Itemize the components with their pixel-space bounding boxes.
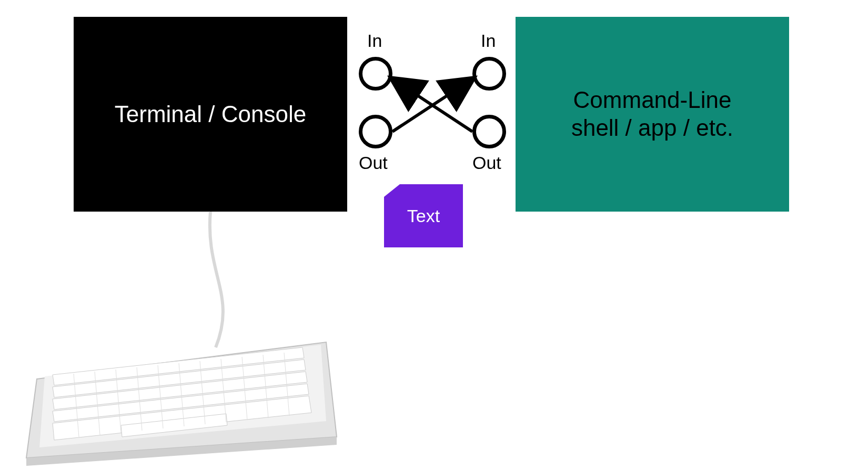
diagram-canvas: Terminal / Console Command-Line shell / … xyxy=(0,0,868,469)
terminal-box: Terminal / Console xyxy=(74,17,347,212)
terminal-in-port-icon xyxy=(359,57,392,91)
svg-marker-1 xyxy=(39,345,326,447)
svg-line-15 xyxy=(221,359,226,422)
terminal-in-label: In xyxy=(367,31,382,51)
app-label-line2: shell / app / etc. xyxy=(571,115,733,141)
svg-line-10 xyxy=(116,370,121,433)
svg-line-17 xyxy=(263,355,268,418)
svg-marker-3 xyxy=(53,360,306,397)
svg-line-11 xyxy=(137,367,142,431)
terminal-out-port-icon xyxy=(359,115,392,148)
keyboard-icon xyxy=(26,342,337,466)
app-label: Command-Line shell / app / etc. xyxy=(571,86,733,142)
svg-marker-6 xyxy=(53,396,311,440)
app-label-line1: Command-Line xyxy=(573,87,732,113)
terminal-out-label: Out xyxy=(359,153,388,173)
svg-marker-5 xyxy=(53,384,309,422)
text-note-label: Text xyxy=(407,206,440,226)
app-out-label: Out xyxy=(472,153,501,173)
svg-marker-4 xyxy=(53,372,307,410)
svg-line-12 xyxy=(158,365,163,428)
app-in-port-icon xyxy=(472,57,506,91)
app-in-label: In xyxy=(481,31,496,51)
arrow-terminal-out-to-app-in-icon xyxy=(392,79,472,132)
svg-line-14 xyxy=(200,361,205,424)
keyboard-cable-icon xyxy=(210,212,223,347)
svg-marker-2 xyxy=(53,347,304,385)
svg-line-9 xyxy=(95,372,100,435)
arrow-app-out-to-terminal-in-icon xyxy=(392,79,472,132)
terminal-label: Terminal / Console xyxy=(115,101,306,127)
svg-line-8 xyxy=(74,374,79,437)
app-out-port-icon xyxy=(472,115,506,148)
svg-line-18 xyxy=(284,353,289,416)
svg-marker-19 xyxy=(26,437,337,466)
svg-line-13 xyxy=(179,363,184,426)
svg-marker-7 xyxy=(121,414,227,437)
command-line-app-box: Command-Line shell / app / etc. xyxy=(516,17,789,212)
text-note: Text xyxy=(384,184,463,247)
svg-marker-0 xyxy=(26,342,337,458)
svg-line-16 xyxy=(242,357,247,420)
